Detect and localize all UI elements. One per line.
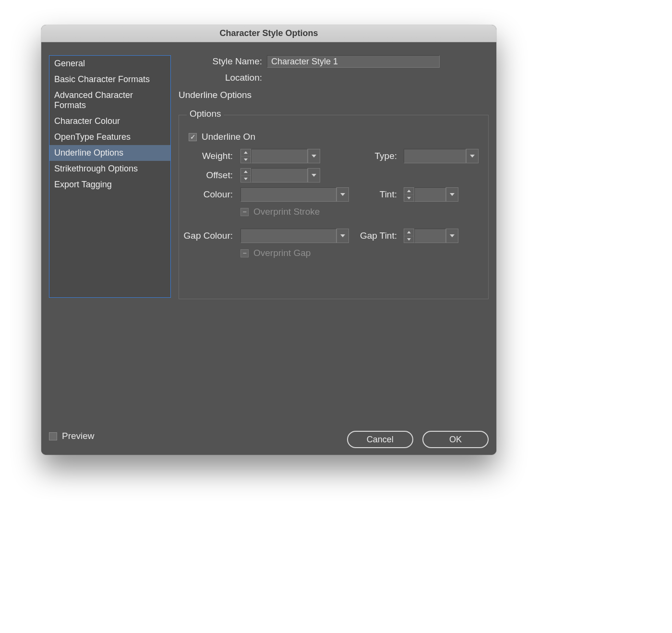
section-title: Underline Options — [179, 90, 489, 100]
options-legend: Options — [187, 109, 224, 119]
checkbox-icon — [240, 249, 249, 257]
ok-button[interactable]: OK — [422, 431, 489, 448]
location-label: Location: — [179, 73, 267, 83]
chevron-down-icon[interactable] — [241, 175, 251, 183]
button-label: Cancel — [367, 435, 394, 445]
overprint-gap-checkbox: Overprint Gap — [240, 248, 479, 258]
type-label: Type: — [375, 151, 400, 161]
style-name-label: Style Name: — [179, 56, 267, 67]
dialog-title: Character Style Options — [219, 28, 318, 38]
sidebar-item-export-tagging[interactable]: Export Tagging — [49, 177, 170, 193]
weight-field[interactable] — [251, 149, 308, 163]
sidebar-item-general[interactable]: General — [49, 56, 170, 72]
overprint-gap-label: Overprint Gap — [253, 248, 311, 258]
gap-colour-drop[interactable] — [336, 229, 349, 243]
weight-stepper[interactable] — [240, 149, 251, 163]
tint-combo[interactable] — [414, 187, 458, 202]
location-row: Location: — [179, 73, 489, 83]
chevron-down-icon[interactable] — [404, 236, 414, 243]
sidebar-item-label: Underline Options — [54, 148, 123, 158]
gap-tint-label: Gap Tint: — [360, 231, 400, 241]
offset-drop[interactable] — [308, 168, 320, 183]
colour-label: Colour: — [189, 189, 237, 200]
sidebar-item-character-colour[interactable]: Character Colour — [49, 113, 170, 129]
gap-colour-combo[interactable] — [240, 229, 362, 243]
type-field[interactable] — [404, 149, 466, 163]
gap-tint-drop[interactable] — [446, 229, 458, 243]
sidebar-item-label: OpenType Features — [54, 132, 131, 142]
gap-colour-label: Gap Colour: — [183, 231, 237, 241]
weight-drop[interactable] — [308, 149, 320, 163]
offset-label: Offset: — [189, 170, 237, 181]
options-grid: Weight: Type: — [189, 149, 479, 265]
dialog-body: General Basic Character Formats Advanced… — [41, 42, 496, 455]
sidebar-item-label: Basic Character Formats — [54, 74, 150, 84]
sidebar-item-strikethrough-options[interactable]: Strikethrough Options — [49, 161, 170, 177]
sidebar-item-label: Export Tagging — [54, 180, 112, 189]
sidebar-item-advanced-character-formats[interactable]: Advanced Character Formats — [49, 87, 170, 113]
underline-on-label: Underline On — [202, 132, 255, 142]
tint-drop[interactable] — [446, 187, 458, 202]
preview-label: Preview — [62, 431, 95, 441]
category-list[interactable]: General Basic Character Formats Advanced… — [49, 55, 171, 298]
tint-stepper[interactable] — [404, 187, 414, 202]
colour-drop[interactable] — [336, 187, 349, 202]
gap-tint-stepper[interactable] — [404, 229, 414, 243]
preview-checkbox[interactable]: Preview — [49, 431, 95, 441]
chevron-up-icon[interactable] — [404, 188, 414, 195]
sidebar-item-label: General — [54, 59, 85, 68]
offset-field[interactable] — [251, 168, 308, 183]
chevron-down-icon[interactable] — [241, 156, 251, 163]
colour-combo[interactable] — [240, 187, 362, 202]
overprint-stroke-label: Overprint Stroke — [253, 207, 320, 217]
weight-label: Weight: — [189, 151, 237, 161]
chevron-up-icon[interactable] — [404, 229, 414, 236]
offset-combo[interactable] — [251, 168, 320, 183]
button-label: OK — [449, 435, 462, 445]
content-panel: Style Name: Location: Underline Options … — [179, 55, 489, 421]
weight-combo[interactable] — [251, 149, 320, 163]
sidebar-item-label: Character Colour — [54, 116, 120, 126]
tint-field[interactable] — [414, 187, 446, 202]
gap-tint-field[interactable] — [414, 229, 446, 243]
underline-on-checkbox[interactable]: Underline On — [189, 132, 479, 142]
options-group: Options Underline On Weight: — [179, 115, 489, 299]
gap-colour-field[interactable] — [240, 229, 336, 243]
character-style-options-dialog: Character Style Options General Basic Ch… — [41, 25, 496, 455]
checkbox-icon — [189, 133, 197, 141]
dialog-footer: Preview Cancel OK — [49, 431, 489, 448]
overprint-stroke-checkbox: Overprint Stroke — [240, 207, 479, 217]
gap-tint-combo[interactable] — [414, 229, 458, 243]
style-name-row: Style Name: — [179, 55, 489, 68]
offset-stepper[interactable] — [240, 168, 251, 183]
sidebar-item-opentype-features[interactable]: OpenType Features — [49, 129, 170, 145]
style-name-input[interactable] — [267, 55, 440, 68]
sidebar-item-basic-character-formats[interactable]: Basic Character Formats — [49, 72, 170, 87]
checkbox-icon — [240, 208, 249, 216]
cancel-button[interactable]: Cancel — [347, 431, 413, 448]
chevron-down-icon[interactable] — [404, 195, 414, 202]
titlebar: Character Style Options — [41, 25, 496, 42]
tint-label: Tint: — [380, 189, 400, 200]
chevron-up-icon[interactable] — [241, 149, 251, 156]
colour-field[interactable] — [240, 187, 336, 202]
type-drop[interactable] — [466, 149, 479, 163]
sidebar-item-label: Strikethrough Options — [54, 164, 138, 173]
checkbox-icon — [49, 432, 57, 440]
type-combo[interactable] — [404, 149, 479, 163]
sidebar-item-label: Advanced Character Formats — [54, 90, 133, 110]
chevron-up-icon[interactable] — [241, 169, 251, 175]
sidebar-item-underline-options[interactable]: Underline Options — [49, 145, 170, 161]
